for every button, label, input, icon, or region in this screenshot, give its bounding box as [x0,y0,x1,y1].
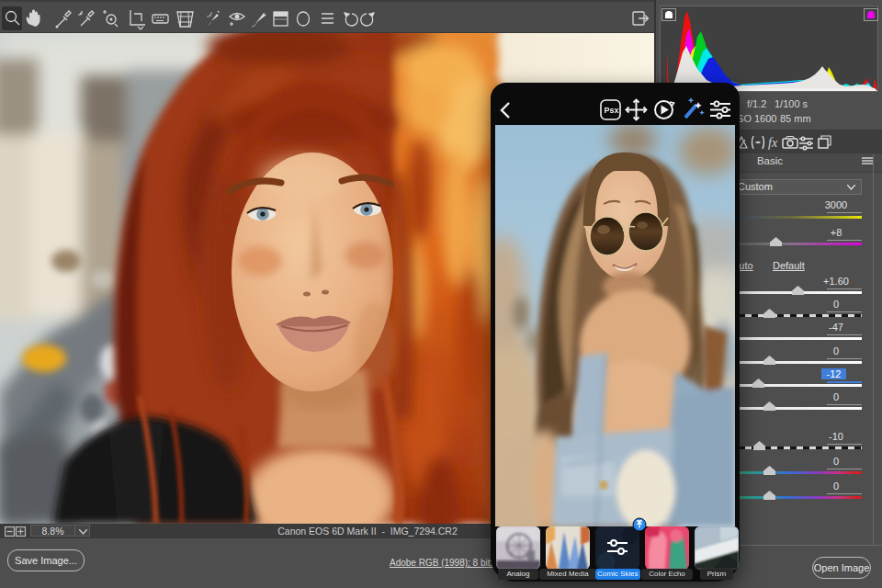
svg-text:Psx: Psx [605,106,619,115]
svg-text:fx: fx [768,136,778,150]
